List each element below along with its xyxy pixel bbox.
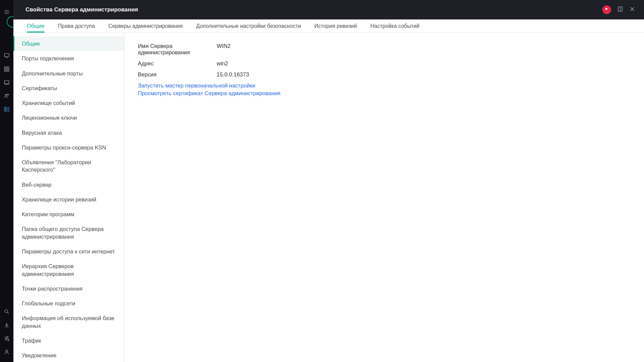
label-address: Адрес — [138, 60, 217, 67]
subnav-item-ports[interactable]: Порты подключения — [13, 51, 124, 66]
svg-point-7 — [7, 94, 9, 95]
subnav-item-web-server[interactable]: Веб-сервер — [13, 177, 124, 192]
header-actions — [602, 5, 635, 14]
nav-search-icon[interactable] — [0, 305, 13, 318]
nav-users-icon[interactable] — [0, 89, 13, 103]
svg-point-16 — [6, 350, 8, 352]
svg-point-15 — [8, 340, 9, 341]
book-icon[interactable] — [617, 6, 623, 13]
subnav-item-hierarchy[interactable]: Иерархия Серверов администрирования — [13, 259, 124, 281]
nav-display-icon[interactable] — [0, 76, 13, 89]
tab-events[interactable]: Настройка событий — [364, 19, 426, 33]
subnav-label: Лицензионные ключи — [22, 115, 77, 121]
link-view-cert[interactable]: Просмотреть сертификат Сервера администр… — [138, 90, 280, 96]
subnav-item-app-categories[interactable]: Категории программ — [13, 207, 124, 222]
label-server-name: Имя Сервера администрирования — [138, 43, 217, 56]
tab-security[interactable]: Дополнительные настройки безопасности — [190, 19, 308, 33]
tab-label: Настройка событий — [370, 23, 419, 29]
value-address: win2 — [217, 60, 228, 67]
subnav-label: Веб-сервер — [22, 182, 51, 188]
svg-point-10 — [5, 108, 6, 108]
svg-rect-1 — [4, 67, 6, 68]
subnav-label: Параметры прокси-сервера KSN — [22, 144, 106, 150]
tab-label: Права доступа — [58, 23, 95, 29]
subnav-label: Порты подключения — [22, 55, 74, 61]
nav-monitor-icon[interactable] — [0, 49, 13, 62]
subnav: Общие Порты подключения Дополнительные п… — [13, 33, 124, 362]
subnav-label: Трафик — [22, 338, 41, 344]
row-server-name: Имя Сервера администрирования WIN2 — [138, 43, 631, 56]
svg-rect-0 — [4, 54, 9, 57]
subnav-label: Хранилище истории ревизий — [22, 196, 96, 202]
tab-servers[interactable]: Серверы администрирования — [102, 19, 190, 33]
tab-row: Общие Права доступа Серверы администриро… — [13, 19, 644, 33]
subnav-label: Категории программ — [22, 211, 74, 217]
subnav-label: Папка общего доступа Сервера администрир… — [22, 226, 104, 239]
svg-point-14 — [5, 338, 6, 339]
subnav-label: Хранилище событий — [22, 100, 75, 106]
link-view-cert-row: Просмотреть сертификат Сервера администр… — [138, 90, 631, 97]
nav-server-icon[interactable] — [0, 103, 13, 116]
subnav-item-shared-folder[interactable]: Папка общего доступа Сервера администрир… — [13, 222, 124, 244]
link-run-wizard-row: Запустить мастер первоначальной настройк… — [138, 82, 631, 89]
svg-point-12 — [5, 310, 8, 313]
tab-general[interactable]: Общие — [20, 19, 51, 33]
subnav-label: Точки распространения — [22, 286, 83, 292]
brand-logo-fragment — [7, 16, 13, 27]
subnav-label: Глобальные подсети — [22, 300, 75, 306]
subnav-item-certs[interactable]: Сертификаты — [13, 81, 124, 96]
subnav-label: Объявления "Лаборатории Касперского" — [22, 159, 91, 173]
tab-label: Общие — [27, 23, 45, 29]
subnav-item-global-subnets[interactable]: Глобальные подсети — [13, 296, 124, 311]
app-rail — [0, 0, 13, 362]
value-server-name: WIN2 — [217, 43, 230, 56]
nav-sliders-icon[interactable] — [0, 332, 13, 345]
subnav-item-ksn-proxy[interactable]: Параметры прокси-сервера KSN — [13, 140, 124, 155]
subnav-label: Вирусная атака — [22, 130, 62, 136]
tab-access[interactable]: Права доступа — [51, 19, 102, 33]
subnav-item-general[interactable]: Общие — [13, 36, 124, 51]
subnav-item-dist-points[interactable]: Точки распространения — [13, 281, 124, 296]
panel-body: Общие Порты подключения Дополнительные п… — [13, 33, 644, 362]
subnav-label: Уведомление — [22, 352, 56, 358]
subnav-item-virus-attack[interactable]: Вирусная атака — [13, 125, 124, 140]
link-run-wizard[interactable]: Запустить мастер первоначальной настройк… — [138, 82, 255, 88]
subnav-item-rev-store[interactable]: Хранилище истории ревизий — [13, 192, 124, 207]
subnav-label: Сертификаты — [22, 85, 57, 91]
tab-label: Дополнительные настройки безопасности — [196, 23, 301, 29]
svg-rect-2 — [7, 67, 9, 68]
nav-user-icon[interactable] — [0, 345, 13, 359]
subnav-item-license-keys[interactable]: Лицензионные ключи — [13, 110, 124, 125]
subnav-item-event-store[interactable]: Хранилище событий — [13, 96, 124, 110]
tab-history[interactable]: История ревизий — [308, 19, 364, 33]
subnav-label: Информация об используемой базе данных — [22, 315, 114, 328]
subnav-label: Иерархия Серверов администрирования — [22, 263, 74, 277]
close-icon[interactable] — [629, 6, 635, 13]
subnav-item-notification[interactable]: Уведомление — [13, 348, 124, 362]
subnav-item-inet-access[interactable]: Параметры доступа к сети интернет — [13, 244, 124, 259]
svg-point-13 — [7, 337, 8, 338]
content-area: Имя Сервера администрирования WIN2 Адрес… — [124, 33, 644, 362]
subnav-item-kl-announce[interactable]: Объявления "Лаборатории Касперского" — [13, 155, 124, 177]
subnav-item-db-info[interactable]: Информация об используемой базе данных — [13, 311, 124, 333]
panel-title: Свойства Сервера администрирования — [25, 6, 138, 13]
label-version: Версия — [138, 71, 217, 78]
properties-panel: Свойства Сервера администрирования Общие… — [13, 0, 644, 362]
panel-header: Свойства Сервера администрирования — [13, 0, 644, 19]
subnav-item-extra-ports[interactable]: Дополнительные порты — [13, 66, 124, 81]
tab-label: Серверы администрирования — [108, 23, 183, 29]
subnav-label: Параметры доступа к сети интернет — [22, 248, 115, 254]
tab-label: История ревизий — [314, 23, 357, 29]
svg-point-6 — [5, 94, 7, 96]
alert-flag-badge[interactable] — [602, 5, 611, 14]
value-version: 15.0.0.16373 — [217, 71, 249, 78]
nav-download-icon[interactable] — [0, 318, 13, 332]
subnav-label: Общие — [22, 41, 40, 47]
svg-rect-4 — [7, 70, 9, 71]
row-version: Версия 15.0.0.16373 — [138, 71, 631, 78]
subnav-item-traffic[interactable]: Трафик — [13, 333, 124, 348]
nav-grid-icon[interactable] — [0, 62, 13, 76]
svg-rect-5 — [4, 81, 9, 84]
svg-point-11 — [5, 110, 6, 111]
subnav-label: Дополнительные порты — [22, 70, 83, 76]
